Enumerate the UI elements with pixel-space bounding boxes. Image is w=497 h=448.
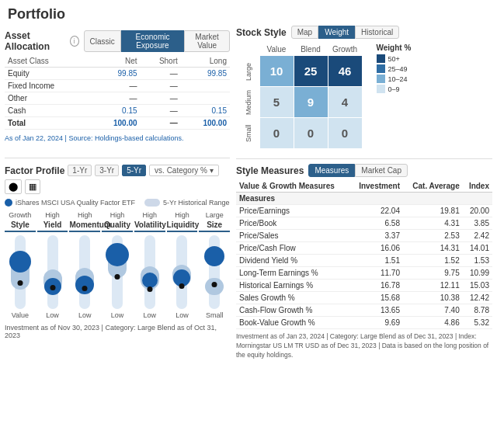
tab-measures[interactable]: Measures bbox=[308, 164, 355, 177]
asset-row-short: — bbox=[141, 80, 181, 92]
measure-row-index: 5.32 bbox=[463, 317, 492, 329]
factor-center-dot bbox=[212, 282, 217, 287]
factor-bottom-label: Low bbox=[78, 311, 92, 319]
asset-row-long: 99.85 bbox=[181, 68, 230, 80]
measure-row-investment: 1.51 bbox=[350, 255, 403, 267]
factor-legend: iShares MSCI USA Quality Factor ETF 5-Yr… bbox=[5, 199, 230, 207]
measure-row-index: 3.85 bbox=[463, 217, 492, 230]
asset-row-net: — bbox=[91, 92, 140, 105]
asset-allocation-info-icon[interactable]: i bbox=[70, 36, 79, 47]
weight-legend-swatch bbox=[377, 64, 385, 73]
measure-row-investment: 11.70 bbox=[350, 267, 403, 280]
factor-bubble bbox=[106, 243, 129, 266]
tab-map[interactable]: Map bbox=[291, 26, 318, 39]
measure-row-cat-avg: 19.81 bbox=[403, 205, 463, 217]
measure-row-name: Price/Earnings bbox=[236, 205, 350, 217]
measure-row-investment: 3.37 bbox=[350, 230, 403, 242]
chevron-down-icon: ▾ bbox=[210, 166, 214, 175]
measures-col-index: Index bbox=[463, 180, 492, 193]
weight-legend-item: 25–49 bbox=[377, 64, 412, 73]
table-view-icon[interactable]: ▦ bbox=[25, 179, 40, 194]
legend-fund-dot bbox=[5, 199, 12, 207]
measure-row-cat-avg: 7.40 bbox=[403, 304, 463, 317]
weight-legend-label: 0–9 bbox=[388, 85, 400, 93]
col-short: Short bbox=[141, 55, 181, 68]
style-row-header: Medium bbox=[236, 87, 259, 118]
compare-dropdown[interactable]: vs. Category % ▾ bbox=[149, 165, 219, 176]
factor-bottom-label: Small bbox=[206, 311, 224, 319]
measure-row-investment: 6.58 bbox=[350, 217, 403, 230]
stock-style-title: Stock Style bbox=[236, 27, 287, 38]
measure-row-index: 10.99 bbox=[463, 267, 492, 280]
factor-bottom-label: Value bbox=[12, 311, 29, 319]
measure-row-name: Price/Sales bbox=[236, 230, 350, 242]
style-grid-cell: 0 bbox=[328, 118, 362, 149]
asset-row-name: Total bbox=[5, 117, 91, 130]
factor-col-header: Quality bbox=[102, 221, 133, 232]
factor-bubble bbox=[75, 276, 94, 294]
tab-market-value[interactable]: Market Value bbox=[184, 30, 230, 52]
measure-row-name: Long-Term Earnings % bbox=[236, 267, 350, 280]
tab-1yr[interactable]: 1-Yr bbox=[68, 165, 92, 176]
weight-legend: Weight % 50+ 25–49 10–24 0–9 bbox=[377, 43, 412, 95]
measure-row-investment: 16.78 bbox=[350, 280, 403, 292]
factor-profile-title: Factor Profile bbox=[5, 165, 64, 176]
factor-center-dot bbox=[179, 283, 185, 289]
measure-row-investment: 22.04 bbox=[350, 205, 403, 217]
style-col-header: Value bbox=[259, 43, 294, 56]
page-title: Portfolio bbox=[0, 0, 497, 26]
tab-historical[interactable]: Historical bbox=[355, 26, 399, 39]
asset-row-name: Equity bbox=[5, 68, 91, 80]
measure-row-cat-avg: 4.86 bbox=[403, 317, 463, 329]
measure-row-index: 12.42 bbox=[463, 292, 492, 304]
tab-economic-exposure[interactable]: Economic Exposure bbox=[121, 30, 184, 52]
tab-classic[interactable]: Classic bbox=[84, 30, 121, 52]
style-grid-cell: 10 bbox=[259, 56, 294, 87]
measure-row-cat-avg: 2.53 bbox=[403, 230, 463, 242]
style-grid-cell: 0 bbox=[259, 118, 294, 149]
legend-range-swatch bbox=[144, 199, 160, 207]
factor-col-header: Size bbox=[199, 221, 230, 232]
factor-bubble bbox=[142, 273, 158, 288]
asset-row-long bbox=[181, 80, 230, 92]
factor-column: HighYieldLow bbox=[37, 211, 68, 319]
asset-row-net: 0.15 bbox=[91, 105, 140, 117]
factor-track bbox=[203, 235, 225, 309]
asset-row-name: Fixed Income bbox=[5, 80, 91, 92]
measure-row-index: 20.00 bbox=[463, 205, 492, 217]
factor-bottom-label: Low bbox=[143, 311, 156, 319]
factor-bottom-label: Low bbox=[46, 311, 59, 319]
measure-row-index: 1.53 bbox=[463, 255, 492, 267]
legend-range-label: 5-Yr Historical Range bbox=[163, 199, 230, 207]
factor-top-label: High bbox=[45, 211, 60, 219]
measure-row-cat-avg: 1.52 bbox=[403, 255, 463, 267]
weight-legend-swatch bbox=[377, 54, 385, 63]
factor-top-label: High bbox=[110, 211, 125, 219]
measure-row-investment: 9.69 bbox=[350, 317, 403, 329]
style-measures-tabs: Measures Market Cap bbox=[308, 164, 408, 177]
factor-center-dot bbox=[147, 287, 152, 292]
col-asset-class: Asset Class bbox=[5, 55, 91, 68]
factor-top-label: High bbox=[142, 211, 157, 219]
weight-legend-item: 50+ bbox=[377, 54, 412, 63]
factor-top-label: High bbox=[78, 211, 92, 219]
factor-top-label: Growth bbox=[9, 211, 31, 219]
factor-track bbox=[139, 235, 161, 309]
tab-weight[interactable]: Weight bbox=[318, 26, 355, 39]
weight-legend-item: 10–24 bbox=[377, 75, 412, 83]
tab-market-cap[interactable]: Market Cap bbox=[355, 164, 408, 177]
tab-3yr[interactable]: 3-Yr bbox=[95, 165, 119, 176]
factor-bottom-label: Low bbox=[111, 311, 124, 319]
style-grid-cell: 46 bbox=[328, 56, 362, 87]
factor-col-header: Style bbox=[5, 221, 36, 232]
chart-view-icon[interactable]: ⬤ bbox=[5, 179, 22, 194]
factor-bubble bbox=[204, 246, 224, 266]
measure-row-name: Price/Cash Flow bbox=[236, 242, 350, 255]
asset-allocation-table: Asset Class Net Short Long Equity 99.85 … bbox=[5, 55, 230, 130]
tab-5yr[interactable]: 5-Yr bbox=[122, 165, 146, 176]
measure-row-index: 15.03 bbox=[463, 280, 492, 292]
factor-track bbox=[106, 235, 128, 309]
factor-center-dot bbox=[17, 280, 23, 286]
asset-row-net: 100.00 bbox=[91, 117, 140, 130]
measure-row-cat-avg: 10.38 bbox=[403, 292, 463, 304]
